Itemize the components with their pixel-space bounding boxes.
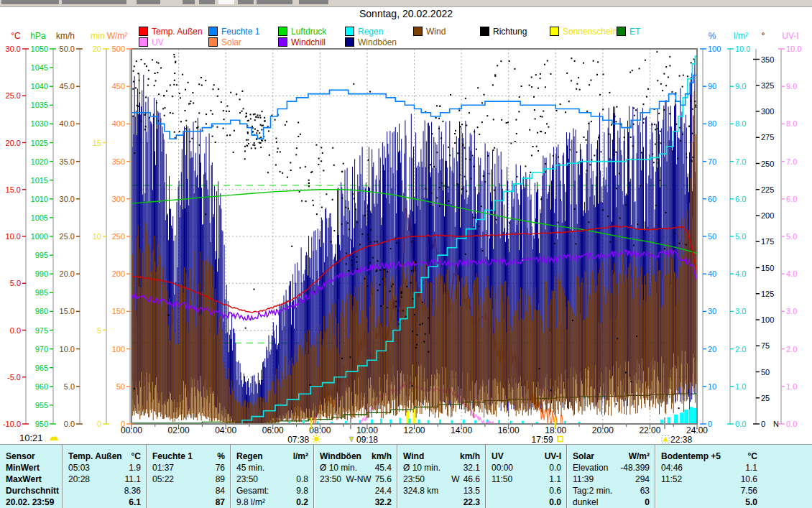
svg-text:8.0: 8.0 [735,119,746,128]
stat-value: 6.1 [129,497,141,507]
column-unit: km/h [460,451,480,461]
marker-time-label: 07:38 [287,435,309,445]
svg-text:5.0: 5.0 [786,232,797,241]
stat-row: Durchschnitt [0,485,62,497]
svg-text:1005: 1005 [31,213,48,222]
stat-label: 05:03 [68,463,90,473]
stat-row: 11:5210.6 [655,474,762,485]
svg-text:150: 150 [761,264,774,272]
svg-text:10.0: 10.0 [735,45,750,53]
svg-text:4.0: 4.0 [786,269,797,278]
stat-value: 22.3 [463,497,480,507]
svg-text:250: 250 [761,160,774,168]
svg-text:°: ° [762,31,765,41]
svg-text:0: 0 [761,420,765,428]
stats-table: SensorMinWertMaxWertDurchschnitt20.02. 2… [0,444,812,508]
axis-windkmh: 50.045.040.035.030.025.020.015.010.05.00… [56,31,83,428]
stat-row: 11:501.1 [486,474,566,485]
stat-row: 9.8 l/m²0.2 [231,497,313,508]
svg-text:10: 10 [93,232,101,241]
x-axis-label: 00:00 [121,425,142,435]
axis-direction: 3503253002752502252001751501251007550250… [753,31,779,428]
svg-text:7.0: 7.0 [735,157,746,166]
axis-sonnenschein: 20151050min [91,31,109,428]
weather-chart: 30.025.020.015.010.05.00.0-5.0-10.0°C105… [0,0,812,449]
svg-text:50.0: 50.0 [60,45,75,53]
svg-text:7.0: 7.0 [786,157,797,166]
svg-text:200: 200 [761,211,774,220]
stat-label: 9.8 l/m² [236,497,265,507]
stat-row: 23:50W-NW75.6 [314,474,397,485]
svg-text:960: 960 [35,382,48,391]
svg-text:100: 100 [761,315,774,324]
column-header: UV [492,451,504,461]
stat-row: 8.36 [63,485,146,497]
stat-value: 0.0 [549,463,561,473]
svg-text:50: 50 [116,382,125,391]
svg-text:975: 975 [35,326,48,335]
svg-text:350: 350 [761,55,774,64]
svg-text:200: 200 [112,269,125,278]
svg-text:25.0: 25.0 [60,232,75,241]
svg-text:30: 30 [708,307,716,315]
svg-text:100: 100 [708,45,721,53]
svg-text:1025: 1025 [31,139,48,147]
column-unit: % [217,451,225,461]
stat-row: 5.0 [655,497,762,508]
stat-value: 87 [216,497,225,507]
axis-solar: 500450400350300250200150100500W/m² [107,31,133,428]
stat-value: 0.6 [549,486,561,496]
stat-value: 13.5 [463,486,480,496]
svg-text:1000: 1000 [31,232,48,241]
svg-text:10.0: 10.0 [60,345,75,354]
corner-moon-marker: 10:21 [19,433,58,443]
svg-text:70: 70 [708,157,716,166]
svg-text:0: 0 [708,420,712,428]
svg-text:40.0: 40.0 [60,119,75,128]
stat-label: 45 min. [236,463,264,473]
svg-text:970: 970 [35,345,48,354]
stat-value: 0.2 [296,497,308,507]
svg-text:1.0: 1.0 [735,382,746,391]
svg-text:min: min [91,31,104,41]
svg-text:0.0: 0.0 [735,420,746,428]
svg-text:995: 995 [35,251,48,259]
stat-value: 32.1 [463,463,480,473]
stat-row: 6.1 [63,497,146,508]
stat-row: MinWert [0,462,62,474]
stat-value: 7.56 [741,486,757,496]
column-header: Solar [573,451,594,461]
axis-temp: 30.025.020.015.010.05.00.0-5.0-10.0°C [3,31,29,428]
svg-text:3.0: 3.0 [786,307,797,315]
stat-row: 324.8 km13.5 [397,485,485,497]
svg-text:45.0: 45.0 [60,82,75,91]
stat-value: 32.2 [375,497,392,507]
svg-text:0.0: 0.0 [786,420,797,428]
marker-time-label: 17:59 [532,435,553,445]
svg-text:20: 20 [93,45,101,53]
svg-text:1010: 1010 [31,195,48,203]
svg-text:20: 20 [708,345,716,354]
svg-text:0: 0 [97,420,101,428]
stat-direction: W [451,474,459,484]
svg-text:5.0: 5.0 [64,382,75,391]
stat-row: 7.56 [655,485,762,497]
stat-row: 22.3 [397,497,485,508]
column-unit: °C [748,451,757,461]
stat-row: 23:500.8 [231,474,313,485]
stat-label: Elevation [573,463,608,473]
stat-label: 01:37 [152,463,174,473]
svg-text:20.0: 20.0 [6,139,21,147]
svg-text:50: 50 [708,232,716,241]
stat-value: 75.6 [375,474,392,484]
stat-label: Ø 10 min. [320,463,357,473]
stat-value: 24.4 [375,486,392,496]
svg-text:10.0: 10.0 [786,45,801,53]
stat-row: 00:000.0 [486,462,566,474]
svg-text:300: 300 [761,107,774,116]
x-axis-label: 20:00 [592,425,614,435]
svg-text:8.0: 8.0 [786,119,797,128]
svg-text:35.0: 35.0 [60,157,75,166]
svg-text:3.0: 3.0 [735,307,746,315]
moonset-marker: 09:18 [349,435,378,445]
